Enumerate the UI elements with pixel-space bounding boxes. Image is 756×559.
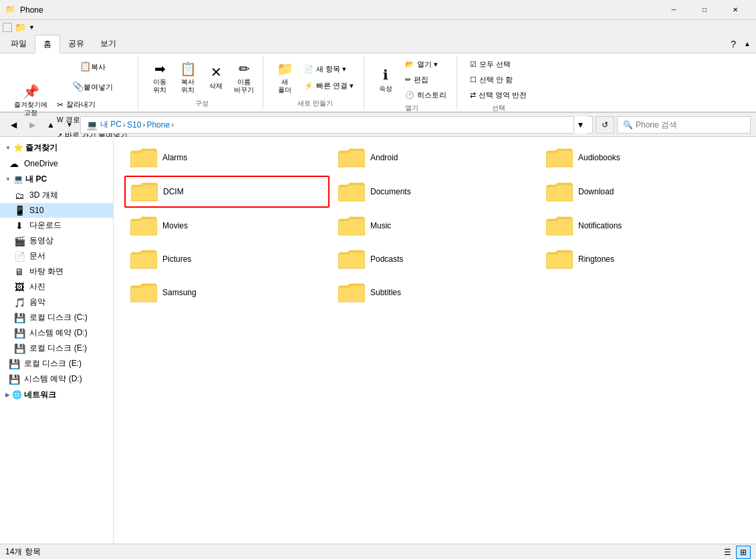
folder-name: Download <box>578 187 614 196</box>
open-button[interactable]: 📂 열기 ▾ <box>400 57 451 71</box>
search-bar: 🔍 <box>617 116 751 134</box>
help-icon[interactable]: ? <box>725 39 741 49</box>
folder-name: Movies <box>162 221 188 230</box>
cut-button[interactable]: ✂ 잘라내기 <box>52 98 132 112</box>
sidebar-item-music[interactable]: 🎵 음악 <box>0 295 113 310</box>
sidebar-favorites-header[interactable]: ▼ ⭐ 즐겨찾기 <box>0 140 113 156</box>
organize-buttons: ➡ 이동위치 📋 복사위치 ✕ 삭제 ✏ 이름바꾸기 <box>146 57 257 98</box>
properties-icon: ℹ <box>378 67 394 83</box>
folder-item-movies[interactable]: Movies <box>124 210 330 241</box>
folder-icon <box>130 248 157 270</box>
history-label: 히스토리 <box>417 90 447 100</box>
up-button[interactable]: ▲ <box>43 117 59 133</box>
breadcrumb-mypc[interactable]: 내 PC <box>100 119 122 130</box>
folder-name: Ringtones <box>578 254 614 264</box>
edrive2-label: 로컬 디스크 (E:) <box>24 358 82 369</box>
large-icons-view-button[interactable]: ⊞ <box>736 546 751 559</box>
folder-item-alarms[interactable]: Alarms <box>124 142 330 173</box>
new-item-button[interactable]: 📄 새 항목 ▾ <box>299 62 358 76</box>
sidebar-item-3dobject[interactable]: 🗂 3D 개체 <box>0 188 113 203</box>
sidebar-item-edrive[interactable]: 💾 로컬 디스크 (E:) <box>0 341 113 356</box>
ribbon-group-organize: ➡ 이동위치 📋 복사위치 ✕ 삭제 ✏ 이름바꾸기 구성 <box>141 56 263 109</box>
search-icon: 🔍 <box>623 120 633 130</box>
tab-file[interactable]: 파일 <box>3 35 35 53</box>
paste-icon: 📎 <box>72 80 84 92</box>
folder-item-subtitles[interactable]: Subtitles <box>332 277 537 308</box>
pictures-label: 사진 <box>29 281 45 293</box>
folder-item-podcasts[interactable]: Podcasts <box>332 244 537 274</box>
properties-button[interactable]: ℹ 속성 <box>372 60 399 100</box>
folder-item-music[interactable]: Music <box>332 210 537 241</box>
refresh-button[interactable]: ↺ <box>596 116 614 134</box>
sidebar-item-onedrive[interactable]: ☁ OneDrive <box>0 156 113 171</box>
maximize-button[interactable]: □ <box>689 0 720 20</box>
recent-locations-button[interactable]: ▼ <box>61 117 78 133</box>
folder-item-audiobooks[interactable]: Audiobooks <box>540 142 745 173</box>
breadcrumb-s10[interactable]: S10 <box>127 120 141 130</box>
app-icon: 📁 <box>5 5 16 15</box>
folder-item-documents[interactable]: Documents <box>332 176 537 208</box>
delete-button[interactable]: ✕ 삭제 <box>203 57 229 98</box>
folder-item-dcim[interactable]: DCIM <box>124 176 330 208</box>
sidebar-item-ddrive[interactable]: 💾 시스템 예약 (D:) <box>0 325 113 341</box>
delete-label: 삭제 <box>209 81 223 91</box>
pin-to-favorites-button[interactable]: 📌 즐겨찾기에고정 <box>11 80 51 120</box>
address-bar[interactable]: 💻 내 PC › S10 › Phone › ▼ <box>80 116 593 134</box>
rename-button[interactable]: ✏ 이름바꾸기 <box>231 57 257 98</box>
folder-item-android[interactable]: Android <box>332 142 537 173</box>
tab-view[interactable]: 보기 <box>92 35 124 53</box>
sidebar-item-s10[interactable]: 📱 S10 <box>0 203 113 218</box>
back-button[interactable]: ◀ <box>5 117 21 133</box>
address-chevron[interactable]: ▼ <box>574 116 587 134</box>
sidebar-network-header[interactable]: ▶ 🌐 네트워크 <box>0 387 113 403</box>
folder-name: Android <box>370 153 398 162</box>
3dobject-label: 3D 개체 <box>29 190 58 201</box>
quick-access-button[interactable]: ⚡ 빠른 연결 ▾ <box>299 79 358 93</box>
select-none-button[interactable]: ☐ 선택 안 함 <box>465 73 531 87</box>
tab-home[interactable]: 홈 <box>35 35 60 53</box>
copy-to-button[interactable]: 📋 복사위치 <box>174 57 201 98</box>
search-input[interactable] <box>636 120 745 130</box>
folder-icon <box>338 181 365 202</box>
invert-selection-button[interactable]: ⇄ 선택 영역 반전 <box>465 88 531 102</box>
sidebar-mypc-header[interactable]: ▼ 💻 내 PC <box>0 171 113 188</box>
quick-access-icon: ⚡ <box>304 81 313 90</box>
forward-button[interactable]: ▶ <box>24 117 40 133</box>
copy-icon: 📋 <box>79 60 91 72</box>
folder-item-pictures[interactable]: Pictures <box>124 244 330 274</box>
folder-item-notifications[interactable]: Notifications <box>540 210 745 241</box>
sidebar-item-videos[interactable]: 🎬 동영상 <box>0 233 113 248</box>
sidebar-item-edrive2[interactable]: 💾 로컬 디스크 (E:) <box>0 356 113 371</box>
sidebar-item-cdrive[interactable]: 💾 로컬 디스크 (C:) <box>0 310 113 325</box>
sidebar-item-desktop[interactable]: 🖥 바탕 화면 <box>0 264 113 279</box>
new-folder-button[interactable]: 📁 새폴더 <box>271 57 298 98</box>
sidebar-item-documents[interactable]: 📄 문서 <box>0 248 113 264</box>
paste-button[interactable]: 📎 붙여넣기 <box>52 77 132 96</box>
close-button[interactable]: ✕ <box>720 0 751 20</box>
move-button[interactable]: ➡ 이동위치 <box>146 57 173 98</box>
sidebar: ▼ ⭐ 즐겨찾기 ☁ OneDrive ▼ 💻 내 PC 🗂 3D 개체 📱 S… <box>0 137 114 544</box>
folder-item-ringtones[interactable]: Ringtones <box>540 244 745 274</box>
copy-button[interactable]: 📋 복사 <box>52 57 132 76</box>
breadcrumb-phone[interactable]: Phone <box>146 120 170 130</box>
edit-button[interactable]: ✏ 편집 <box>400 73 451 87</box>
organize-label: 구성 <box>195 98 209 108</box>
history-button[interactable]: 🕐 히스토리 <box>400 88 451 102</box>
folder-icon <box>338 147 365 168</box>
select-all-button[interactable]: ☑ 모두 선택 <box>465 57 531 71</box>
sidebar-item-pictures[interactable]: 🖼 사진 <box>0 279 113 295</box>
minimize-button[interactable]: ─ <box>658 0 689 20</box>
folder-item-samsung[interactable]: Samsung <box>124 277 330 308</box>
select-none-label: 선택 안 함 <box>479 75 513 85</box>
folder-item-download[interactable]: Download <box>540 176 745 208</box>
folder-icon <box>130 215 157 236</box>
ribbon-collapse-icon[interactable]: ▲ <box>741 40 753 47</box>
details-view-button[interactable]: ☰ <box>720 546 735 559</box>
sidebar-item-ddrive2[interactable]: 💾 시스템 예약 (D:) <box>0 371 113 387</box>
invert-label: 선택 영역 반전 <box>479 90 527 100</box>
tab-share[interactable]: 공유 <box>60 35 92 53</box>
cdrive-label: 로컬 디스크 (C:) <box>29 312 88 323</box>
documents-label: 문서 <box>29 250 45 262</box>
sidebar-item-downloads[interactable]: ⬇ 다운로드 <box>0 218 113 233</box>
quick-access-dropdown[interactable]: ▼ <box>29 24 35 31</box>
